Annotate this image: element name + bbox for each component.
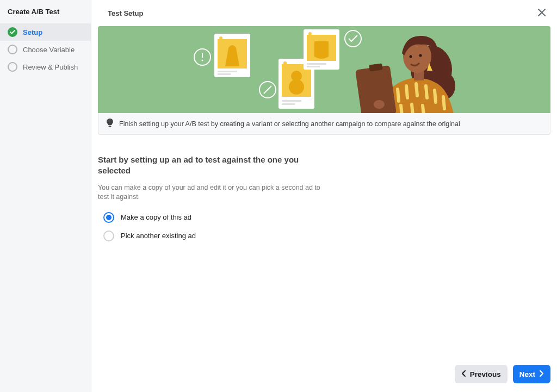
radio-icon xyxy=(103,212,114,223)
radio-label: Pick another existing ad xyxy=(121,232,196,240)
topbar: Test Setup xyxy=(91,0,557,26)
chevron-left-icon xyxy=(461,370,467,378)
step-review-publish[interactable]: Review & Publish xyxy=(0,58,91,76)
content-description: You can make a copy of your ad and edit … xyxy=(98,183,321,202)
svg-line-31 xyxy=(443,97,444,109)
svg-rect-17 xyxy=(282,103,295,105)
previous-label: Previous xyxy=(470,370,501,378)
svg-point-2 xyxy=(202,60,203,61)
close-button[interactable] xyxy=(534,5,549,21)
svg-line-33 xyxy=(412,104,413,113)
hero-illustration xyxy=(98,26,550,113)
svg-point-13 xyxy=(283,61,287,65)
person-illustration xyxy=(345,29,487,113)
step-list: Setup Choose Variable Review & Publish xyxy=(0,23,91,76)
step-setup[interactable]: Setup xyxy=(0,23,91,41)
previous-button[interactable]: Previous xyxy=(455,365,508,383)
svg-rect-42 xyxy=(109,126,112,127)
svg-line-32 xyxy=(401,105,402,113)
info-bar: Finish setting up your A/B test by creat… xyxy=(98,113,550,135)
radio-group: Make a copy of this ad Pick another exis… xyxy=(103,212,321,241)
next-button[interactable]: Next xyxy=(513,365,550,383)
page-title: Test Setup xyxy=(108,9,144,17)
svg-rect-16 xyxy=(282,100,301,102)
svg-line-29 xyxy=(426,86,427,98)
content: Start by setting up an ad to test agains… xyxy=(91,135,557,252)
svg-point-8 xyxy=(219,36,222,40)
next-label: Next xyxy=(519,370,535,378)
svg-line-4 xyxy=(264,86,271,94)
checkmark-icon xyxy=(8,27,17,37)
svg-rect-21 xyxy=(307,63,326,65)
svg-line-30 xyxy=(435,90,436,102)
svg-rect-9 xyxy=(218,71,237,72)
step-label: Choose Variable xyxy=(23,46,75,54)
svg-point-37 xyxy=(410,55,412,58)
svg-rect-22 xyxy=(307,66,320,67)
step-label: Setup xyxy=(23,28,42,36)
ad-card-icon xyxy=(214,34,250,77)
svg-point-20 xyxy=(308,32,312,35)
svg-line-26 xyxy=(398,89,399,101)
svg-line-27 xyxy=(406,86,407,98)
svg-line-28 xyxy=(416,84,417,96)
lightbulb-icon xyxy=(106,119,114,129)
footer: Previous Next xyxy=(91,358,557,392)
step-label: Review & Publish xyxy=(23,63,78,71)
radio-pick-another[interactable]: Pick another existing ad xyxy=(103,231,321,241)
main-panel: Test Setup xyxy=(91,0,557,392)
sidebar-title: Create A/B Test xyxy=(0,0,91,23)
radio-label: Make a copy of this ad xyxy=(121,213,191,221)
info-message: Finish setting up your A/B test by creat… xyxy=(119,120,460,128)
circle-icon xyxy=(8,45,17,54)
radio-make-copy[interactable]: Make a copy of this ad xyxy=(103,212,321,223)
step-choose-variable[interactable]: Choose Variable xyxy=(0,41,91,58)
svg-point-38 xyxy=(419,54,422,57)
circle-icon xyxy=(8,62,17,72)
radio-icon xyxy=(103,231,114,241)
wizard-sidebar: Create A/B Test Setup Choose Variable Re… xyxy=(0,0,91,392)
svg-point-15 xyxy=(289,79,304,95)
close-icon xyxy=(537,7,546,20)
svg-point-41 xyxy=(374,100,385,109)
svg-line-34 xyxy=(423,105,424,113)
content-heading: Start by setting up an ad to test agains… xyxy=(98,154,321,177)
chevron-right-icon xyxy=(539,370,544,378)
svg-rect-10 xyxy=(218,73,231,75)
ad-card-icon xyxy=(304,29,339,70)
